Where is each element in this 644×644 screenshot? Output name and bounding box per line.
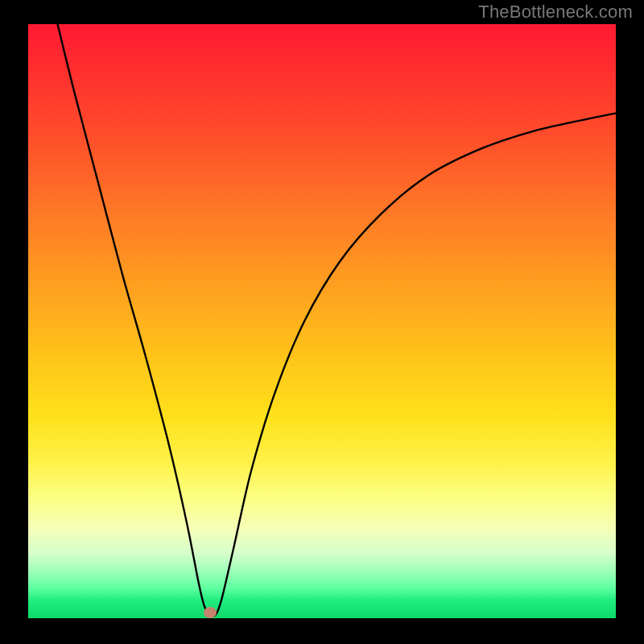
watermark-text: TheBottleneck.com bbox=[478, 2, 633, 23]
bottleneck-curve-svg bbox=[28, 24, 616, 618]
bottleneck-curve-path bbox=[58, 24, 617, 617]
minimum-marker bbox=[204, 607, 217, 618]
chart-container: TheBottleneck.com bbox=[0, 0, 644, 644]
